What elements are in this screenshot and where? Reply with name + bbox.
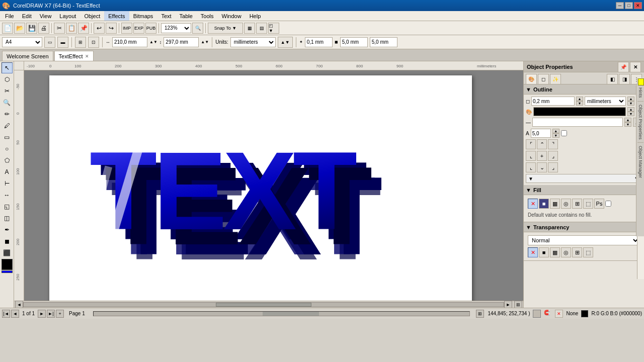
width-input[interactable]	[112, 37, 147, 47]
outline-color-up[interactable]: ▲	[627, 107, 634, 112]
tab-close-icon[interactable]: ✕	[85, 54, 89, 59]
menu-edit[interactable]: Edit	[18, 11, 36, 21]
last-page-button[interactable]: ►|	[47, 310, 55, 318]
trans-pattern-button[interactable]: ⊞	[572, 247, 582, 257]
save-button[interactable]: 💾	[26, 23, 37, 34]
scale-down[interactable]: ▼	[552, 133, 559, 138]
menu-text[interactable]: Text	[157, 11, 175, 21]
portrait-button[interactable]: ▭	[44, 37, 55, 48]
tab-welcome-screen[interactable]: Welcome Screen	[2, 51, 53, 61]
trans-solid-button[interactable]: ■	[539, 247, 549, 257]
open-button[interactable]: 📂	[14, 23, 25, 34]
freehand-tool[interactable]: ✏	[2, 109, 13, 120]
view-btn2[interactable]: ▤	[256, 23, 267, 34]
menu-view[interactable]: View	[36, 11, 56, 21]
pos-br-button[interactable]: ⌟	[548, 162, 558, 172]
close-button[interactable]: ✕	[634, 2, 642, 9]
crop-tool[interactable]: ✂	[2, 85, 13, 97]
select-tool[interactable]: ↖	[2, 62, 13, 73]
pos-bl-button[interactable]: ⌞	[526, 162, 536, 172]
canvas-area[interactable]: -100 0 100 200 300 400 500 600 700 800 9…	[14, 61, 523, 301]
zoom-tool[interactable]: 🔍	[2, 97, 13, 108]
outline-section-header[interactable]: ▼ Outline	[524, 84, 644, 95]
units-select[interactable]: millimeters inches pixels	[230, 37, 276, 47]
no-snap-icon[interactable]: ✕	[555, 310, 563, 318]
solid-fill-button[interactable]: ■	[539, 199, 549, 209]
pattern-fill-button[interactable]: ⊞	[572, 199, 582, 209]
nudge2-input[interactable]	[340, 37, 368, 47]
zoom-out-button[interactable]: 🔍	[192, 23, 203, 34]
parallel-dim-tool[interactable]: ⊢	[2, 178, 13, 189]
export-button[interactable]: EXP	[133, 23, 144, 34]
transparency-section-header[interactable]: ▼ Transparency	[524, 222, 644, 232]
hscroll-thumb[interactable]	[216, 303, 312, 307]
transparency-tool[interactable]: ◫	[2, 213, 13, 224]
fill-lock-checkbox[interactable]	[605, 201, 611, 207]
view-btn3[interactable]: ◰ ▼	[268, 23, 279, 34]
outline-unit-select[interactable]: millimeters inches	[585, 97, 626, 106]
page-size-select[interactable]: A4 Letter A3	[2, 37, 42, 47]
outline-unit-up[interactable]: ▲	[627, 97, 634, 101]
maximize-button[interactable]: □	[625, 2, 633, 9]
expand-panel-button[interactable]: ◧	[607, 74, 618, 84]
new-button[interactable]: 📄	[2, 23, 13, 34]
outline-color-swatch[interactable]	[2, 270, 13, 273]
outline-unit-down[interactable]: ▼	[627, 101, 634, 106]
status-scrollbar[interactable]	[93, 311, 470, 316]
hscroll-right-button[interactable]: ►	[504, 301, 512, 308]
radial-fill-button[interactable]: ◎	[561, 199, 571, 209]
outline-line-up[interactable]: ▲	[624, 118, 631, 122]
expand2-panel-button[interactable]: ◨	[619, 74, 630, 84]
pos-ml-button[interactable]: ⌞	[526, 151, 536, 161]
nudge-options[interactable]: ▲▼	[278, 37, 293, 48]
expand-canvas-button[interactable]: ⊞	[514, 301, 522, 308]
transparency-mode-select[interactable]: Normal Multiply Add Subtract	[528, 235, 640, 245]
rectangle-tool[interactable]: ▭	[2, 132, 13, 143]
tab-texteffect[interactable]: TextEffect ✕	[54, 51, 94, 61]
first-page-button[interactable]: |◄	[2, 310, 10, 318]
paste-button[interactable]: 📌	[78, 23, 89, 34]
import-button[interactable]: IMP	[121, 23, 132, 34]
outline-line-down[interactable]: ▼	[624, 122, 631, 127]
no-fill-button[interactable]: ✕	[528, 199, 538, 209]
landscape-button[interactable]: ▬	[57, 37, 68, 48]
canvas-expand-button[interactable]: ⊞	[476, 310, 484, 318]
text-tool[interactable]: A	[2, 166, 13, 177]
obj-manager-label[interactable]: Object Manager	[638, 144, 643, 180]
outline-color-down[interactable]: ▼	[627, 112, 634, 116]
cut-button[interactable]: ✂	[54, 23, 65, 34]
texture-fill-button[interactable]: ⬚	[583, 199, 593, 209]
pos-tr-button[interactable]: ⌝	[548, 139, 558, 149]
menu-tools[interactable]: Tools	[197, 11, 218, 21]
menu-help[interactable]: Help	[246, 11, 265, 21]
fill-section-header[interactable]: ▼ Fill	[524, 185, 644, 195]
height-input[interactable]	[164, 37, 199, 47]
outline-width-up[interactable]: ▲	[576, 97, 583, 101]
redo-button[interactable]: ↪	[106, 23, 117, 34]
connector-tool[interactable]: ↔	[2, 190, 13, 201]
hscroll-track[interactable]	[23, 302, 504, 307]
pos-tc-button[interactable]: ⌃	[537, 139, 547, 149]
minimize-button[interactable]: ─	[616, 2, 624, 9]
prev-page-button[interactable]: ◄	[11, 310, 19, 318]
nudge3-input[interactable]	[370, 37, 397, 47]
next-page-button[interactable]: ►	[38, 310, 46, 318]
menu-table[interactable]: Table	[176, 11, 197, 21]
copy-button[interactable]: 📋	[66, 23, 77, 34]
trans-texture-button[interactable]: ⬚	[583, 247, 593, 257]
tab-outline[interactable]: ◻	[538, 74, 549, 84]
snap-to-button[interactable]: Snap To ▼	[208, 23, 243, 34]
undo-button[interactable]: ↩	[94, 23, 105, 34]
shape-tool[interactable]: ⬡	[2, 74, 13, 85]
menu-file[interactable]: File	[1, 11, 18, 21]
hscroll-left-button[interactable]: ◄	[15, 301, 23, 308]
trans-linear-button[interactable]: ▦	[550, 247, 560, 257]
publish-button[interactable]: PUB	[145, 23, 156, 34]
linear-fill-button[interactable]: ▦	[550, 199, 560, 209]
print-button[interactable]: 🖨	[38, 23, 49, 34]
menu-window[interactable]: Window	[218, 11, 246, 21]
page-options2[interactable]: ⊡	[88, 37, 99, 48]
menu-layout[interactable]: Layout	[55, 11, 80, 21]
hints-label[interactable]: Hints	[638, 85, 643, 100]
trans-none-button[interactable]: ✕	[528, 247, 538, 257]
